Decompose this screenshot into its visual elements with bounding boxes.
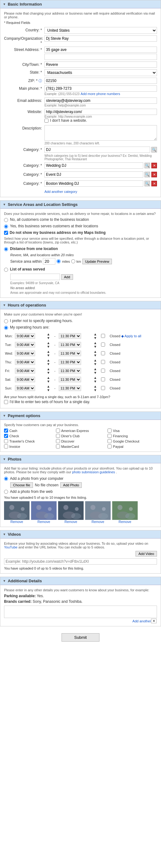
no-hours-radio[interactable] xyxy=(4,319,8,323)
video-url-input[interactable] xyxy=(4,558,157,565)
additional-delete-button[interactable]: ✕ xyxy=(151,619,157,623)
email-input[interactable] xyxy=(45,97,157,104)
additional-section: ▼ Additional Details Please enter in any… xyxy=(0,577,161,626)
remove-photo-link[interactable]: Remove xyxy=(4,520,29,524)
category2-remove-icon[interactable]: ✕ xyxy=(151,163,157,168)
company-input[interactable] xyxy=(45,35,157,42)
zip-help-link[interactable]: ⓘ xyxy=(38,79,42,83)
add-category-link[interactable]: Add another category xyxy=(45,190,77,193)
closed-checkbox[interactable] xyxy=(101,360,105,364)
open-time-select[interactable]: 9:00 AM xyxy=(15,333,35,339)
close-time-select[interactable]: 11:30 PM xyxy=(59,351,81,356)
category4-search-icon[interactable]: 🔍 xyxy=(144,181,150,186)
update-preview-button[interactable]: Update Preview xyxy=(82,259,112,264)
additional-detail: Brands carried: Sony, Panasonic and Tosh… xyxy=(4,599,157,604)
open-time-select[interactable]: 9:00 AM xyxy=(15,359,35,365)
choose-file-button[interactable]: Choose file xyxy=(10,482,33,488)
category2-input-row: 🔍 ✕ xyxy=(45,162,157,168)
company-label: Company/Organization: * xyxy=(4,35,45,45)
category1-search-icon[interactable]: 🔍 xyxy=(151,147,157,153)
apply-all-link[interactable]: ◆ Apply to all xyxy=(121,334,141,338)
remove-photo-link[interactable]: Remove xyxy=(31,520,57,524)
closed-label: Closed xyxy=(110,343,120,347)
miles-radio[interactable] xyxy=(57,259,61,264)
open-time-select[interactable]: 9:00 AM xyxy=(15,385,35,391)
add-video-button[interactable]: Add Video xyxy=(135,551,157,557)
state-select[interactable]: Massachusetts xyxy=(45,69,157,76)
street2-input[interactable] xyxy=(45,54,157,60)
street-input[interactable] xyxy=(45,46,157,53)
phone-input[interactable] xyxy=(45,85,157,92)
closed-checkbox[interactable] xyxy=(101,369,105,373)
list-area-input[interactable] xyxy=(10,274,60,280)
list-add-button[interactable]: Add xyxy=(61,274,73,280)
description-textarea[interactable] xyxy=(45,125,157,141)
yes-hours-label: My operating hours are: xyxy=(10,325,49,330)
category2-input[interactable] xyxy=(45,162,143,168)
add-another-link[interactable]: Add another xyxy=(4,619,157,623)
close-time-select[interactable]: 11:30 PM xyxy=(59,359,81,365)
category4-remove-icon[interactable]: ✕ xyxy=(151,181,157,186)
open-time-select[interactable]: 9:00 AM xyxy=(15,377,35,382)
payment-checkbox[interactable] xyxy=(4,444,8,448)
close-time-select[interactable]: 11:30 PM xyxy=(59,333,81,339)
close-time-select[interactable]: 11:30 PM xyxy=(59,377,81,382)
km-radio[interactable] xyxy=(71,259,75,264)
closed-checkbox[interactable] xyxy=(101,386,105,390)
city-input[interactable] xyxy=(45,61,157,68)
payment-checkbox[interactable] xyxy=(108,429,112,433)
distance-radio[interactable] xyxy=(4,247,8,251)
no-service-radio[interactable] xyxy=(4,218,8,222)
close-time-select[interactable]: 11:30 PM xyxy=(59,385,81,391)
close-time-select[interactable]: 11:30 PM xyxy=(59,342,81,347)
payment-checkbox[interactable] xyxy=(4,429,8,433)
payment-checkbox[interactable] xyxy=(4,439,8,443)
hide-address-checkbox[interactable] xyxy=(4,231,8,235)
add-phone-link[interactable]: Add more phone numbers xyxy=(80,92,120,96)
distance-input-row: Service area within miles km Update Prev… xyxy=(10,258,157,265)
website-input[interactable] xyxy=(45,109,157,115)
distance-input[interactable] xyxy=(43,258,55,265)
category2-search-icon[interactable]: 🔍 xyxy=(144,163,150,168)
open-time-select[interactable]: 9:00 AM xyxy=(15,368,35,374)
list-radio[interactable] xyxy=(4,268,8,272)
payment-checkbox[interactable] xyxy=(108,434,112,438)
category1-input[interactable] xyxy=(45,147,150,153)
remove-photo-link[interactable]: Remove xyxy=(85,520,111,524)
open-time-select[interactable]: 9:00 AM xyxy=(15,351,35,356)
submit-button[interactable]: Submit xyxy=(61,633,100,642)
zip-input[interactable] xyxy=(45,78,157,84)
closed-checkbox[interactable] xyxy=(101,343,105,347)
add-photo-button[interactable]: Add Photo xyxy=(60,482,82,488)
no-website-checkbox[interactable] xyxy=(45,119,49,123)
yes-hours-radio[interactable] xyxy=(4,326,8,330)
country-select[interactable]: United States xyxy=(45,27,157,34)
additional-textarea[interactable] xyxy=(4,606,157,618)
category3-search-icon[interactable]: 🔍 xyxy=(144,172,150,177)
phone-hint: Example: (201) 555-0123 xyxy=(45,92,80,96)
payment-checkbox[interactable] xyxy=(56,439,60,443)
payment-checkbox[interactable] xyxy=(56,444,60,448)
category4-input[interactable] xyxy=(45,180,143,187)
split-hours-checkbox[interactable] xyxy=(4,400,8,404)
web-radio[interactable] xyxy=(4,490,8,494)
computer-radio[interactable] xyxy=(4,477,8,481)
payment-checkbox[interactable] xyxy=(108,439,112,443)
payment-checkbox[interactable] xyxy=(56,434,60,438)
computer-upload-row: Add a photo from your computer xyxy=(4,476,157,481)
remove-photo-link[interactable]: Remove xyxy=(112,520,138,524)
closed-checkbox[interactable] xyxy=(101,351,105,355)
remove-photo-link[interactable]: Remove xyxy=(58,520,84,524)
yes-service-radio[interactable] xyxy=(4,224,8,228)
closed-checkbox[interactable] xyxy=(101,334,105,338)
payment-checkbox[interactable] xyxy=(56,429,60,433)
payment-checkbox[interactable] xyxy=(4,434,8,438)
open-time-select[interactable]: 9:00 AM xyxy=(15,342,35,347)
youtube-link[interactable]: YouTube xyxy=(4,545,18,549)
category3-input[interactable] xyxy=(45,172,143,178)
photo-guidelines-link[interactable]: photo submission guidelines xyxy=(72,470,115,474)
closed-checkbox[interactable] xyxy=(101,377,105,381)
close-time-select[interactable]: 11:30 PM xyxy=(59,368,81,374)
payment-checkbox[interactable] xyxy=(108,444,112,448)
category3-remove-icon[interactable]: ✕ xyxy=(151,172,157,177)
